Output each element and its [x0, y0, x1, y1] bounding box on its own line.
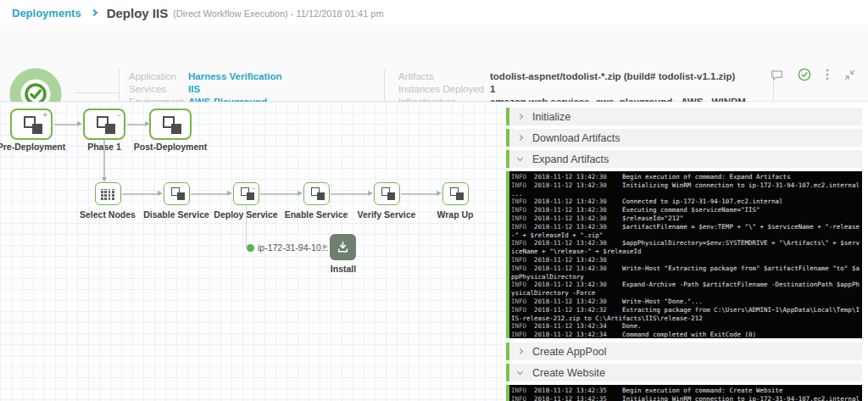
log-line: INFO 2018-11-12 13:42:30 Begin execution…	[511, 173, 860, 181]
workflow-node-post-deployment[interactable]	[149, 109, 192, 140]
connector-arrowhead	[368, 191, 373, 196]
section-create-website[interactable]: Create Website	[506, 364, 862, 382]
application-link[interactable]: Harness Verification	[188, 71, 282, 81]
status-success-icon[interactable]	[798, 68, 811, 81]
create-website-log-console[interactable]: INFO 2018-11-12 13:42:35 Begin execution…	[506, 385, 862, 401]
connector-line	[54, 124, 78, 125]
chevron-right-icon	[517, 114, 523, 120]
page-subtitle: (Direct Workflow Execution) - 11/12/2018…	[173, 7, 383, 19]
log-line: INFO 2018-11-12 13:42:30	[511, 256, 860, 265]
log-line: INFO 2018-11-12 13:42:35 Initializing Wi…	[511, 395, 860, 401]
workflow-node-select-nodes[interactable]	[95, 182, 121, 205]
workflow-node-deploy-service[interactable]: -	[233, 182, 259, 205]
chevron-right-icon	[517, 135, 523, 141]
step-node-icon-fill	[177, 192, 185, 200]
connector-line	[191, 193, 228, 195]
log-line: INFO 2018-11-12 13:42:30 Write-Host "Don…	[511, 298, 860, 306]
chevron-down-icon	[517, 368, 523, 374]
panel-spacer	[506, 102, 868, 108]
step-node-icon-fill	[387, 192, 395, 200]
workflow-node-install[interactable]	[330, 234, 356, 260]
field-label: Instances Deployed	[398, 84, 490, 94]
node-label-wrap-up: Wrap Up	[413, 209, 498, 220]
group-node-icon-fill	[171, 124, 181, 134]
log-line: INFO 2018-11-12 13:42:30 Executing comma…	[511, 206, 860, 214]
artifacts-value: todolist-aspnet/todolist-*.zip (build# t…	[490, 71, 735, 81]
workflow-node-disable-service[interactable]	[164, 182, 190, 205]
section-create-apppool[interactable]: Create AppPool	[506, 343, 862, 360]
workflow-node-verify-service[interactable]	[374, 182, 400, 205]
section-title: Create Website	[532, 367, 605, 379]
log-line: INFO 2018-11-12 13:42:35 Begin execution…	[511, 387, 860, 395]
field-label: Artifacts	[398, 71, 490, 81]
section-title: Initialize	[532, 111, 570, 123]
group-node-icon-fill	[105, 124, 115, 134]
header-connector-line	[75, 92, 119, 93]
log-line: INFO 2018-11-12 13:42:30 Connected to ip…	[511, 198, 860, 206]
expand-artifacts-log-console[interactable]: INFO 2018-11-12 13:42:30 Begin execution…	[506, 171, 862, 338]
log-line: INFO 2018-11-12 13:42:32 Extracting pack…	[511, 306, 860, 323]
connector-line	[127, 124, 146, 125]
section-title: Download Artifacts	[532, 132, 620, 144]
page-title: Deploy IIS	[107, 6, 169, 20]
chevron-right-icon	[517, 348, 523, 354]
select-nodes-grid-icon	[101, 189, 116, 200]
connector-arrowhead	[323, 244, 328, 249]
connector-arrowhead	[145, 121, 150, 126]
log-line: INFO 2018-11-12 13:42:30 $artifactFilena…	[511, 223, 860, 240]
connector-line	[401, 193, 437, 195]
connector-arrowhead	[227, 191, 232, 196]
connector-arrowhead	[298, 191, 303, 196]
services-link[interactable]: IIS	[188, 84, 200, 94]
install-download-icon	[336, 240, 350, 254]
log-line: INFO 2018-11-12 13:42:34 Done.	[511, 322, 860, 331]
workflow-node-phase-1[interactable]: -	[83, 109, 125, 140]
more-options-icon[interactable]	[826, 68, 829, 81]
connector-line	[246, 205, 247, 248]
group-node-icon-fill	[32, 124, 42, 134]
log-line: INFO 2018-11-12 13:42:34 Command complet…	[511, 331, 860, 338]
collapse-badge[interactable]: -	[253, 184, 255, 192]
connector-arrowhead	[77, 121, 82, 126]
connector-line	[260, 193, 298, 195]
instances-deployed-value: 1	[490, 84, 495, 94]
expand-badge[interactable]: +	[42, 111, 47, 120]
workflow-graph-canvas: + - Pre-Deployment Phase 1 Post-Deployme…	[0, 102, 506, 401]
execution-summary-header: ApplicationHarness Verification Services…	[0, 27, 868, 102]
workflow-node-enable-service[interactable]	[303, 182, 330, 205]
connector-line	[331, 193, 369, 195]
node-label-post-deployment: Post-Deployment	[128, 142, 213, 152]
field-label: Application	[129, 71, 188, 81]
step-node-icon-fill	[247, 192, 254, 200]
step-node-icon-fill	[456, 192, 464, 200]
chevron-down-icon	[517, 154, 523, 160]
collapse-badge[interactable]: -	[118, 111, 120, 120]
log-line: INFO 2018-11-12 13:42:30 Initializing Wi…	[511, 181, 860, 198]
log-line: INFO 2018-11-12 13:42:30 Write-Host "Ext…	[511, 265, 860, 281]
execution-steps-panel: Initialize Download Artifacts Expand Art…	[506, 102, 868, 401]
host-status-dot	[247, 244, 254, 252]
workflow-node-wrap-up[interactable]	[442, 182, 469, 205]
breadcrumb: Deployments Deploy IIS (Direct Workflow …	[0, 0, 868, 26]
deployment-detail-page: Deployments Deploy IIS (Direct Workflow …	[0, 0, 868, 401]
header-action-icons	[771, 68, 856, 81]
node-label-install: Install	[301, 264, 386, 274]
section-expand-artifacts[interactable]: Expand Artifacts	[506, 150, 862, 168]
section-title: Create AppPool	[532, 346, 607, 358]
section-initialize[interactable]: Initialize	[506, 108, 862, 125]
breadcrumb-deployments-link[interactable]: Deployments	[12, 7, 81, 19]
connector-arrowhead	[158, 191, 163, 196]
section-download-artifacts[interactable]: Download Artifacts	[506, 129, 862, 147]
log-line: INFO 2018-11-12 13:42:30 $appPhysicalDir…	[511, 239, 860, 256]
log-line: INFO 2018-11-12 13:42:30 Expand-Archive …	[511, 281, 860, 298]
collapse-icon[interactable]	[843, 69, 856, 81]
breadcrumb-chevron-icon	[90, 9, 97, 16]
connector-arrowhead	[437, 191, 442, 196]
step-node-icon-fill	[317, 192, 325, 200]
connector-line	[103, 140, 105, 177]
connector-line	[122, 193, 159, 195]
log-line: INFO 2018-11-12 13:42:30 $releaseId="212…	[511, 214, 860, 223]
section-title: Expand Artifacts	[532, 153, 609, 165]
workflow-node-pre-deployment[interactable]: +	[10, 109, 53, 140]
comment-icon[interactable]	[771, 69, 783, 81]
